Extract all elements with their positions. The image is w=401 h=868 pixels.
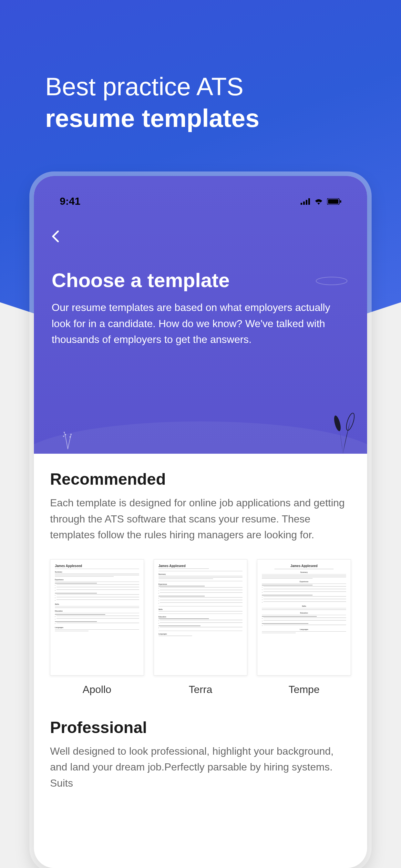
- professional-section-description: Well designed to look professional, high…: [50, 743, 351, 792]
- wifi-icon: [314, 198, 323, 205]
- recommended-section-description: Each template is designed for online job…: [50, 495, 351, 543]
- svg-point-8: [64, 432, 65, 433]
- plant-left-decoration: [60, 427, 76, 451]
- back-button[interactable]: [52, 230, 65, 243]
- svg-rect-5: [328, 199, 338, 204]
- content-area: Recommended Each template is designed fo…: [34, 454, 367, 792]
- template-preview: James Appleseed Summary Experience Skill…: [50, 559, 144, 676]
- status-time: 9:41: [60, 195, 81, 207]
- template-preview: James Appleseed Summary Experience: [154, 559, 248, 676]
- status-icons: [301, 198, 341, 205]
- svg-rect-0: [301, 203, 302, 205]
- template-card-terra[interactable]: James Appleseed Summary Experience: [154, 559, 248, 695]
- recommended-section-title: Recommended: [50, 470, 351, 489]
- cloud-decoration: [315, 276, 348, 287]
- page-title: Choose a template: [52, 269, 351, 291]
- page-header: 9:41 Choose a template Our resume templa…: [34, 176, 367, 454]
- plant-right-decoration: [328, 412, 358, 454]
- professional-section-title: Professional: [50, 718, 351, 737]
- svg-rect-2: [306, 200, 307, 205]
- phone-mockup: 9:41 Choose a template Our resume templa…: [34, 176, 367, 868]
- cellular-icon: [301, 198, 310, 205]
- svg-point-10: [63, 436, 64, 437]
- svg-rect-1: [303, 202, 305, 205]
- template-card-apollo[interactable]: James Appleseed Summary Experience Skill…: [50, 559, 144, 695]
- svg-point-14: [345, 412, 356, 431]
- svg-point-9: [65, 434, 66, 435]
- template-card-tempe[interactable]: James Appleseed Summary Experience Ski: [257, 559, 351, 695]
- svg-rect-3: [308, 198, 310, 205]
- chevron-left-icon: [52, 230, 59, 242]
- svg-rect-6: [340, 200, 341, 203]
- svg-point-13: [333, 415, 342, 432]
- marketing-headline: Best practice ATS resume templates: [45, 71, 356, 134]
- svg-point-12: [69, 436, 71, 438]
- status-bar: 9:41: [50, 189, 351, 220]
- page-subtitle: Our resume templates are based on what e…: [52, 300, 344, 348]
- template-name-label: Tempe: [257, 684, 351, 695]
- template-name-label: Apollo: [50, 684, 144, 695]
- svg-point-7: [316, 277, 347, 285]
- hill-decoration: [34, 422, 367, 454]
- templates-row: James Appleseed Summary Experience Skill…: [50, 559, 351, 695]
- svg-point-11: [70, 434, 72, 435]
- battery-icon: [327, 198, 341, 205]
- template-preview: James Appleseed Summary Experience Ski: [257, 559, 351, 676]
- template-name-label: Terra: [154, 684, 248, 695]
